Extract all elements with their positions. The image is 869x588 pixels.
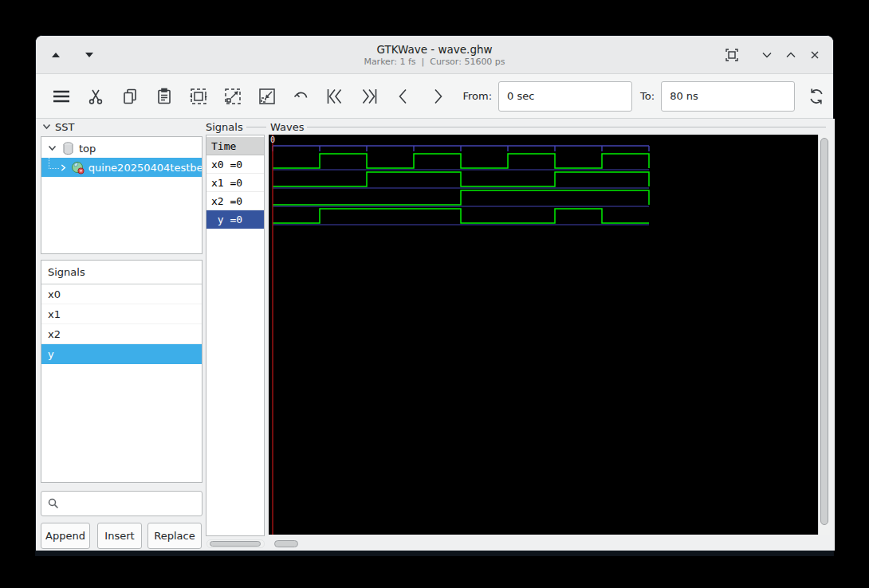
- wave-hscrollbar[interactable]: [269, 539, 826, 548]
- signal-list-header: Signals: [41, 261, 202, 284]
- signal-list-item-x0[interactable]: x0: [41, 284, 202, 304]
- frame-line: [246, 127, 266, 127]
- signal-label: y: [48, 348, 54, 360]
- trace-row-y[interactable]: y =0: [206, 210, 264, 229]
- waves-frame-label: Waves: [270, 121, 826, 133]
- sst-expander-icon: [42, 123, 51, 130]
- go-to-start-button[interactable]: [320, 81, 350, 112]
- minimize-icon[interactable]: [758, 46, 776, 64]
- expander-open-icon: [48, 145, 57, 151]
- signal-list-header-label: Signals: [48, 266, 85, 278]
- shade-down-button[interactable]: [81, 46, 98, 64]
- tree-item-label: top: [79, 143, 96, 155]
- wave-canvas: [269, 135, 818, 535]
- zoom-in-button[interactable]: [218, 81, 247, 112]
- signal-label: x2: [48, 328, 61, 340]
- close-icon[interactable]: [806, 46, 824, 64]
- tree-item-testbench[interactable]: quine20250404testbenc: [41, 158, 202, 177]
- signal-list-item-x2[interactable]: x2: [41, 324, 202, 344]
- cut-button[interactable]: [81, 81, 111, 112]
- trace-label: y =0: [211, 214, 242, 225]
- tree-item-top[interactable]: top: [41, 139, 202, 158]
- ruler-origin-label: 0: [270, 135, 275, 144]
- window-title: GTKWave - wave.ghw: [376, 43, 492, 57]
- wave-vscrollbar-thumb[interactable]: [820, 138, 828, 525]
- time-header-cell[interactable]: Time: [206, 137, 264, 155]
- zoom-out-button[interactable]: [252, 81, 281, 112]
- frame-line: [307, 127, 826, 127]
- trace-hscrollbar[interactable]: [206, 539, 265, 548]
- shift-left-button[interactable]: [389, 81, 419, 112]
- replace-button-label: Replace: [154, 530, 195, 542]
- main-content: SST top: [36, 119, 835, 551]
- shade-up-button[interactable]: [47, 46, 65, 64]
- fullscreen-icon[interactable]: [723, 46, 741, 64]
- trace-name-panel: Time x0 =0 x1 =0 x2 =0 y =0: [206, 135, 265, 536]
- toolbar: From: To:: [36, 74, 833, 119]
- wave-hscrollbar-thumb[interactable]: [274, 540, 298, 547]
- wave-vscrollbar[interactable]: [818, 135, 830, 535]
- undo-button[interactable]: [286, 81, 316, 112]
- signal-label: x0: [48, 288, 61, 300]
- append-button-label: Append: [45, 530, 85, 542]
- time-label: Time: [211, 140, 236, 152]
- maximize-icon[interactable]: [782, 46, 800, 64]
- tree-guide: [49, 158, 59, 169]
- signal-label: x1: [48, 308, 61, 320]
- traces-frame-label: Signals: [206, 121, 266, 133]
- menu-button[interactable]: [47, 81, 77, 112]
- append-button[interactable]: Append: [41, 523, 90, 549]
- testbench-icon: [71, 161, 85, 174]
- shift-right-button[interactable]: [423, 81, 453, 112]
- replace-button[interactable]: Replace: [147, 523, 202, 549]
- insert-button[interactable]: Insert: [97, 523, 142, 549]
- signal-search-panel: Signals x0 x1 x2 y: [41, 260, 203, 483]
- search-input[interactable]: [60, 492, 202, 515]
- zoom-fit-button[interactable]: [184, 81, 214, 112]
- trace-row-x1[interactable]: x1 =0: [206, 174, 264, 192]
- to-input[interactable]: [661, 81, 795, 112]
- traces-header-label: Signals: [206, 121, 243, 133]
- go-to-end-button[interactable]: [355, 81, 384, 112]
- to-label: To:: [640, 90, 655, 102]
- trace-label: x2 =0: [211, 195, 242, 207]
- sst-header[interactable]: SST: [42, 120, 74, 134]
- sst-tree: top quine20250404testbenc: [41, 136, 203, 254]
- gtkwave-window: GTKWave - wave.ghw Marker: 1 fs | Cursor…: [35, 35, 834, 556]
- from-label: From:: [463, 90, 493, 102]
- insert-button-label: Insert: [104, 530, 134, 542]
- trace-label: x1 =0: [211, 177, 242, 189]
- trace-label: x0 =0: [211, 159, 242, 171]
- wave-display[interactable]: 0: [269, 135, 818, 535]
- signal-list-item-y[interactable]: y: [41, 344, 202, 364]
- trace-hscrollbar-thumb[interactable]: [210, 541, 261, 547]
- from-input[interactable]: [498, 81, 632, 112]
- search-icon: [47, 497, 60, 510]
- reload-button[interactable]: [801, 81, 831, 112]
- expander-closed-icon: [61, 163, 66, 172]
- sst-header-label: SST: [55, 121, 74, 133]
- signal-list-item-x1[interactable]: x1: [41, 304, 202, 324]
- trace-row-x0[interactable]: x0 =0: [206, 155, 264, 174]
- module-icon: [62, 142, 74, 155]
- screen: GTKWave - wave.ghw Marker: 1 fs | Cursor…: [0, 0, 869, 588]
- waves-header-label: Waves: [270, 121, 304, 133]
- marker-cursor-status: Marker: 1 fs | Cursor: 51600 ps: [364, 57, 505, 68]
- titlebar[interactable]: GTKWave - wave.ghw Marker: 1 fs | Cursor…: [36, 36, 833, 74]
- trace-row-x2[interactable]: x2 =0: [206, 192, 264, 210]
- paste-button[interactable]: [150, 81, 179, 112]
- copy-button[interactable]: [116, 81, 145, 112]
- tree-item-label: quine20250404testbenc: [88, 162, 202, 174]
- signal-search-box[interactable]: [41, 491, 203, 516]
